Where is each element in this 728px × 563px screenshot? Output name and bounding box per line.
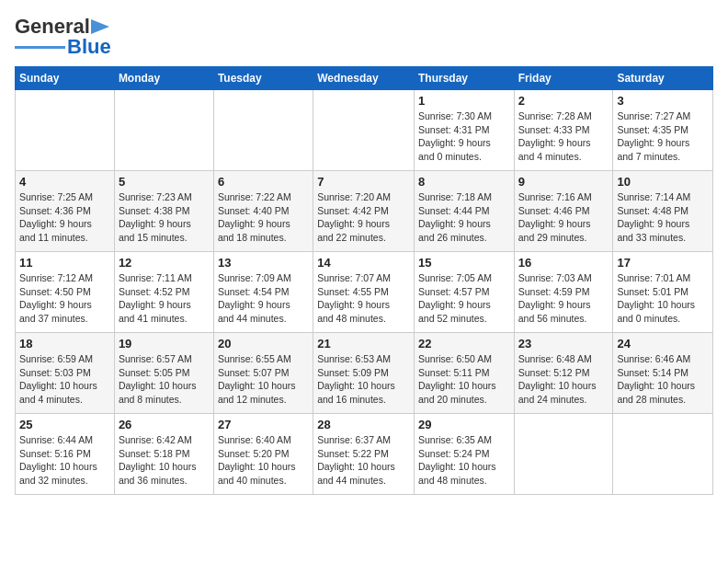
day-info: Sunrise: 7:14 AM Sunset: 4:48 PM Dayligh… bbox=[617, 190, 709, 245]
day-number: 14 bbox=[317, 256, 410, 270]
day-number: 23 bbox=[518, 337, 609, 350]
calendar-week-row: 18Sunrise: 6:59 AM Sunset: 5:03 PM Dayli… bbox=[16, 333, 713, 414]
calendar-cell: 4Sunrise: 7:25 AM Sunset: 4:36 PM Daylig… bbox=[16, 171, 115, 252]
page-header: General Blue bbox=[15, 15, 713, 59]
calendar-cell: 11Sunrise: 7:12 AM Sunset: 4:50 PM Dayli… bbox=[16, 252, 115, 333]
day-info: Sunrise: 6:50 AM Sunset: 5:11 PM Dayligh… bbox=[418, 352, 510, 407]
calendar-week-row: 11Sunrise: 7:12 AM Sunset: 4:50 PM Dayli… bbox=[16, 252, 713, 333]
calendar-cell: 17Sunrise: 7:01 AM Sunset: 5:01 PM Dayli… bbox=[613, 252, 713, 333]
day-info: Sunrise: 7:05 AM Sunset: 4:57 PM Dayligh… bbox=[418, 271, 510, 326]
day-info: Sunrise: 7:20 AM Sunset: 4:42 PM Dayligh… bbox=[317, 190, 410, 245]
logo-blue: Blue bbox=[67, 35, 111, 59]
calendar-cell: 29Sunrise: 6:35 AM Sunset: 5:24 PM Dayli… bbox=[414, 414, 514, 495]
calendar-cell: 14Sunrise: 7:07 AM Sunset: 4:55 PM Dayli… bbox=[313, 252, 415, 333]
day-number: 16 bbox=[518, 256, 609, 270]
day-number: 24 bbox=[617, 337, 709, 350]
day-info: Sunrise: 6:46 AM Sunset: 5:14 PM Dayligh… bbox=[617, 352, 709, 407]
day-info: Sunrise: 6:53 AM Sunset: 5:09 PM Dayligh… bbox=[317, 352, 410, 407]
calendar-header-thursday: Thursday bbox=[414, 67, 514, 90]
day-info: Sunrise: 7:01 AM Sunset: 5:01 PM Dayligh… bbox=[617, 271, 709, 326]
day-number: 28 bbox=[317, 418, 410, 431]
calendar-cell: 8Sunrise: 7:18 AM Sunset: 4:44 PM Daylig… bbox=[414, 171, 514, 252]
calendar-cell: 10Sunrise: 7:14 AM Sunset: 4:48 PM Dayli… bbox=[613, 171, 713, 252]
day-info: Sunrise: 6:37 AM Sunset: 5:22 PM Dayligh… bbox=[317, 433, 410, 488]
day-number: 15 bbox=[418, 256, 510, 270]
calendar-cell bbox=[114, 90, 213, 171]
day-info: Sunrise: 7:11 AM Sunset: 4:52 PM Dayligh… bbox=[119, 271, 210, 326]
calendar-header-wednesday: Wednesday bbox=[313, 67, 415, 90]
day-info: Sunrise: 7:12 AM Sunset: 4:50 PM Dayligh… bbox=[19, 271, 110, 326]
day-number: 19 bbox=[119, 337, 210, 350]
day-info: Sunrise: 7:28 AM Sunset: 4:33 PM Dayligh… bbox=[518, 109, 609, 164]
calendar-header-friday: Friday bbox=[514, 67, 613, 90]
day-number: 12 bbox=[119, 256, 210, 270]
day-number: 8 bbox=[418, 175, 510, 189]
calendar-week-row: 1Sunrise: 7:30 AM Sunset: 4:31 PM Daylig… bbox=[16, 90, 713, 171]
day-number: 27 bbox=[218, 418, 309, 431]
day-info: Sunrise: 7:22 AM Sunset: 4:40 PM Dayligh… bbox=[218, 190, 309, 245]
day-info: Sunrise: 6:48 AM Sunset: 5:12 PM Dayligh… bbox=[518, 352, 609, 407]
calendar-cell bbox=[514, 414, 613, 495]
calendar-cell: 16Sunrise: 7:03 AM Sunset: 4:59 PM Dayli… bbox=[514, 252, 613, 333]
calendar-header-tuesday: Tuesday bbox=[213, 67, 313, 90]
day-number: 3 bbox=[617, 94, 709, 108]
calendar-cell: 9Sunrise: 7:16 AM Sunset: 4:46 PM Daylig… bbox=[514, 171, 613, 252]
calendar-cell: 20Sunrise: 6:55 AM Sunset: 5:07 PM Dayli… bbox=[213, 333, 313, 414]
day-info: Sunrise: 7:07 AM Sunset: 4:55 PM Dayligh… bbox=[317, 271, 410, 326]
calendar-cell bbox=[16, 90, 115, 171]
day-info: Sunrise: 7:25 AM Sunset: 4:36 PM Dayligh… bbox=[19, 190, 110, 245]
day-number: 4 bbox=[19, 175, 110, 189]
day-number: 17 bbox=[617, 256, 709, 270]
day-number: 25 bbox=[19, 418, 110, 431]
day-info: Sunrise: 7:03 AM Sunset: 4:59 PM Dayligh… bbox=[518, 271, 609, 326]
day-number: 10 bbox=[617, 175, 709, 189]
day-info: Sunrise: 6:55 AM Sunset: 5:07 PM Dayligh… bbox=[218, 352, 309, 407]
day-number: 5 bbox=[119, 175, 210, 189]
calendar-cell: 5Sunrise: 7:23 AM Sunset: 4:38 PM Daylig… bbox=[114, 171, 213, 252]
calendar-header-row: SundayMondayTuesdayWednesdayThursdayFrid… bbox=[16, 67, 713, 90]
calendar-cell: 24Sunrise: 6:46 AM Sunset: 5:14 PM Dayli… bbox=[613, 333, 713, 414]
calendar-cell: 13Sunrise: 7:09 AM Sunset: 4:54 PM Dayli… bbox=[213, 252, 313, 333]
calendar-cell: 7Sunrise: 7:20 AM Sunset: 4:42 PM Daylig… bbox=[313, 171, 415, 252]
day-info: Sunrise: 6:35 AM Sunset: 5:24 PM Dayligh… bbox=[418, 433, 510, 488]
day-info: Sunrise: 6:59 AM Sunset: 5:03 PM Dayligh… bbox=[19, 352, 110, 407]
calendar-cell: 2Sunrise: 7:28 AM Sunset: 4:33 PM Daylig… bbox=[514, 90, 613, 171]
day-info: Sunrise: 6:57 AM Sunset: 5:05 PM Dayligh… bbox=[119, 352, 210, 407]
calendar-cell: 15Sunrise: 7:05 AM Sunset: 4:57 PM Dayli… bbox=[414, 252, 514, 333]
day-info: Sunrise: 7:18 AM Sunset: 4:44 PM Dayligh… bbox=[418, 190, 510, 245]
day-number: 18 bbox=[19, 337, 110, 350]
calendar-cell bbox=[213, 90, 313, 171]
calendar-cell: 1Sunrise: 7:30 AM Sunset: 4:31 PM Daylig… bbox=[414, 90, 514, 171]
day-number: 1 bbox=[418, 94, 510, 108]
calendar-week-row: 4Sunrise: 7:25 AM Sunset: 4:36 PM Daylig… bbox=[16, 171, 713, 252]
day-number: 13 bbox=[218, 256, 309, 270]
calendar-cell: 22Sunrise: 6:50 AM Sunset: 5:11 PM Dayli… bbox=[414, 333, 514, 414]
logo-arrow-icon bbox=[91, 19, 109, 34]
calendar-cell bbox=[613, 414, 713, 495]
svg-marker-0 bbox=[91, 19, 109, 34]
day-number: 11 bbox=[19, 256, 110, 270]
calendar-cell: 28Sunrise: 6:37 AM Sunset: 5:22 PM Dayli… bbox=[313, 414, 415, 495]
day-number: 20 bbox=[218, 337, 309, 350]
day-number: 2 bbox=[518, 94, 609, 108]
day-number: 29 bbox=[418, 418, 510, 431]
calendar-header-sunday: Sunday bbox=[16, 67, 115, 90]
calendar-week-row: 25Sunrise: 6:44 AM Sunset: 5:16 PM Dayli… bbox=[16, 414, 713, 495]
calendar-cell: 3Sunrise: 7:27 AM Sunset: 4:35 PM Daylig… bbox=[613, 90, 713, 171]
calendar-cell: 19Sunrise: 6:57 AM Sunset: 5:05 PM Dayli… bbox=[114, 333, 213, 414]
day-number: 6 bbox=[218, 175, 309, 189]
calendar-header-saturday: Saturday bbox=[613, 67, 713, 90]
day-number: 26 bbox=[119, 418, 210, 431]
day-number: 9 bbox=[518, 175, 609, 189]
calendar-cell: 26Sunrise: 6:42 AM Sunset: 5:18 PM Dayli… bbox=[114, 414, 213, 495]
calendar-header-monday: Monday bbox=[114, 67, 213, 90]
day-info: Sunrise: 7:27 AM Sunset: 4:35 PM Dayligh… bbox=[617, 109, 709, 164]
day-info: Sunrise: 7:30 AM Sunset: 4:31 PM Dayligh… bbox=[418, 109, 510, 164]
calendar-table: SundayMondayTuesdayWednesdayThursdayFrid… bbox=[15, 66, 713, 495]
calendar-cell: 25Sunrise: 6:44 AM Sunset: 5:16 PM Dayli… bbox=[16, 414, 115, 495]
day-info: Sunrise: 7:09 AM Sunset: 4:54 PM Dayligh… bbox=[218, 271, 309, 326]
day-number: 7 bbox=[317, 175, 410, 189]
calendar-cell: 6Sunrise: 7:22 AM Sunset: 4:40 PM Daylig… bbox=[213, 171, 313, 252]
day-info: Sunrise: 6:44 AM Sunset: 5:16 PM Dayligh… bbox=[19, 433, 110, 488]
day-info: Sunrise: 7:16 AM Sunset: 4:46 PM Dayligh… bbox=[518, 190, 609, 245]
